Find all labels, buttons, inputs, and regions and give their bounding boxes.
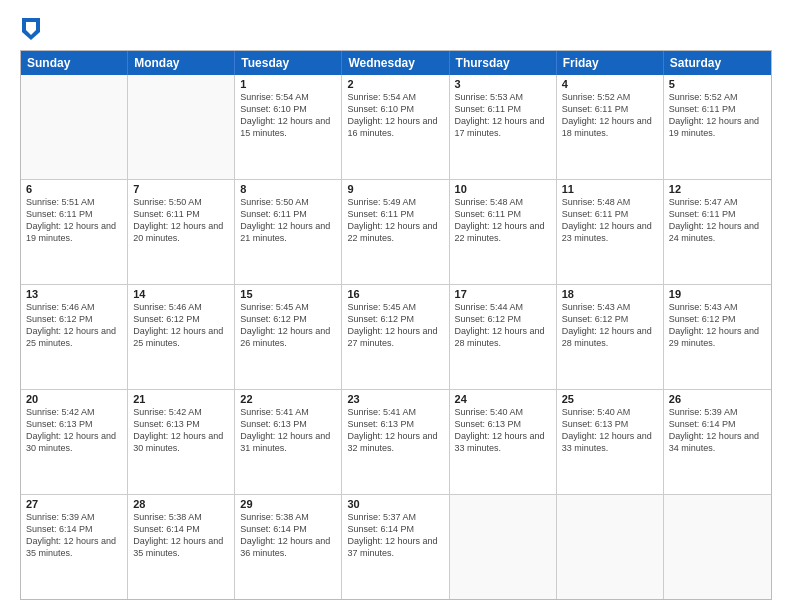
calendar-cell: 25Sunrise: 5:40 AM Sunset: 6:13 PM Dayli… bbox=[557, 390, 664, 494]
weekday-header: Monday bbox=[128, 51, 235, 75]
day-number: 9 bbox=[347, 183, 443, 195]
day-number: 22 bbox=[240, 393, 336, 405]
day-info: Sunrise: 5:38 AM Sunset: 6:14 PM Dayligh… bbox=[133, 511, 229, 560]
calendar-cell: 20Sunrise: 5:42 AM Sunset: 6:13 PM Dayli… bbox=[21, 390, 128, 494]
calendar-cell: 6Sunrise: 5:51 AM Sunset: 6:11 PM Daylig… bbox=[21, 180, 128, 284]
day-info: Sunrise: 5:42 AM Sunset: 6:13 PM Dayligh… bbox=[26, 406, 122, 455]
calendar-cell: 14Sunrise: 5:46 AM Sunset: 6:12 PM Dayli… bbox=[128, 285, 235, 389]
day-number: 7 bbox=[133, 183, 229, 195]
calendar-cell: 12Sunrise: 5:47 AM Sunset: 6:11 PM Dayli… bbox=[664, 180, 771, 284]
calendar-cell: 22Sunrise: 5:41 AM Sunset: 6:13 PM Dayli… bbox=[235, 390, 342, 494]
calendar-cell bbox=[128, 75, 235, 179]
weekday-header: Sunday bbox=[21, 51, 128, 75]
day-number: 6 bbox=[26, 183, 122, 195]
day-number: 8 bbox=[240, 183, 336, 195]
day-number: 19 bbox=[669, 288, 766, 300]
calendar-cell: 17Sunrise: 5:44 AM Sunset: 6:12 PM Dayli… bbox=[450, 285, 557, 389]
logo-icon bbox=[22, 18, 40, 40]
weekday-header: Thursday bbox=[450, 51, 557, 75]
calendar-cell: 30Sunrise: 5:37 AM Sunset: 6:14 PM Dayli… bbox=[342, 495, 449, 599]
header bbox=[20, 18, 772, 40]
calendar-row: 20Sunrise: 5:42 AM Sunset: 6:13 PM Dayli… bbox=[21, 389, 771, 494]
day-number: 10 bbox=[455, 183, 551, 195]
day-number: 2 bbox=[347, 78, 443, 90]
day-number: 16 bbox=[347, 288, 443, 300]
calendar-body: 1Sunrise: 5:54 AM Sunset: 6:10 PM Daylig… bbox=[21, 75, 771, 599]
day-info: Sunrise: 5:52 AM Sunset: 6:11 PM Dayligh… bbox=[562, 91, 658, 140]
calendar-cell: 1Sunrise: 5:54 AM Sunset: 6:10 PM Daylig… bbox=[235, 75, 342, 179]
day-number: 21 bbox=[133, 393, 229, 405]
day-info: Sunrise: 5:50 AM Sunset: 6:11 PM Dayligh… bbox=[133, 196, 229, 245]
day-number: 26 bbox=[669, 393, 766, 405]
calendar-cell: 2Sunrise: 5:54 AM Sunset: 6:10 PM Daylig… bbox=[342, 75, 449, 179]
day-number: 1 bbox=[240, 78, 336, 90]
calendar-cell: 11Sunrise: 5:48 AM Sunset: 6:11 PM Dayli… bbox=[557, 180, 664, 284]
calendar-cell: 21Sunrise: 5:42 AM Sunset: 6:13 PM Dayli… bbox=[128, 390, 235, 494]
day-number: 13 bbox=[26, 288, 122, 300]
logo bbox=[20, 18, 42, 40]
weekday-header: Saturday bbox=[664, 51, 771, 75]
calendar-cell bbox=[664, 495, 771, 599]
day-info: Sunrise: 5:54 AM Sunset: 6:10 PM Dayligh… bbox=[347, 91, 443, 140]
calendar-cell: 24Sunrise: 5:40 AM Sunset: 6:13 PM Dayli… bbox=[450, 390, 557, 494]
calendar-cell: 28Sunrise: 5:38 AM Sunset: 6:14 PM Dayli… bbox=[128, 495, 235, 599]
day-number: 28 bbox=[133, 498, 229, 510]
calendar-cell: 27Sunrise: 5:39 AM Sunset: 6:14 PM Dayli… bbox=[21, 495, 128, 599]
weekday-header: Wednesday bbox=[342, 51, 449, 75]
day-info: Sunrise: 5:38 AM Sunset: 6:14 PM Dayligh… bbox=[240, 511, 336, 560]
day-info: Sunrise: 5:37 AM Sunset: 6:14 PM Dayligh… bbox=[347, 511, 443, 560]
day-info: Sunrise: 5:48 AM Sunset: 6:11 PM Dayligh… bbox=[562, 196, 658, 245]
calendar-cell: 13Sunrise: 5:46 AM Sunset: 6:12 PM Dayli… bbox=[21, 285, 128, 389]
calendar-cell: 15Sunrise: 5:45 AM Sunset: 6:12 PM Dayli… bbox=[235, 285, 342, 389]
day-number: 5 bbox=[669, 78, 766, 90]
day-info: Sunrise: 5:51 AM Sunset: 6:11 PM Dayligh… bbox=[26, 196, 122, 245]
day-number: 11 bbox=[562, 183, 658, 195]
day-number: 18 bbox=[562, 288, 658, 300]
calendar: SundayMondayTuesdayWednesdayThursdayFrid… bbox=[20, 50, 772, 600]
weekday-header: Tuesday bbox=[235, 51, 342, 75]
calendar-cell bbox=[450, 495, 557, 599]
day-number: 27 bbox=[26, 498, 122, 510]
day-info: Sunrise: 5:54 AM Sunset: 6:10 PM Dayligh… bbox=[240, 91, 336, 140]
calendar-cell: 10Sunrise: 5:48 AM Sunset: 6:11 PM Dayli… bbox=[450, 180, 557, 284]
day-info: Sunrise: 5:43 AM Sunset: 6:12 PM Dayligh… bbox=[562, 301, 658, 350]
calendar-cell: 29Sunrise: 5:38 AM Sunset: 6:14 PM Dayli… bbox=[235, 495, 342, 599]
day-number: 14 bbox=[133, 288, 229, 300]
calendar-row: 27Sunrise: 5:39 AM Sunset: 6:14 PM Dayli… bbox=[21, 494, 771, 599]
day-number: 12 bbox=[669, 183, 766, 195]
day-info: Sunrise: 5:46 AM Sunset: 6:12 PM Dayligh… bbox=[133, 301, 229, 350]
day-info: Sunrise: 5:43 AM Sunset: 6:12 PM Dayligh… bbox=[669, 301, 766, 350]
calendar-cell: 9Sunrise: 5:49 AM Sunset: 6:11 PM Daylig… bbox=[342, 180, 449, 284]
day-info: Sunrise: 5:52 AM Sunset: 6:11 PM Dayligh… bbox=[669, 91, 766, 140]
calendar-cell: 23Sunrise: 5:41 AM Sunset: 6:13 PM Dayli… bbox=[342, 390, 449, 494]
day-number: 30 bbox=[347, 498, 443, 510]
day-info: Sunrise: 5:40 AM Sunset: 6:13 PM Dayligh… bbox=[562, 406, 658, 455]
day-info: Sunrise: 5:41 AM Sunset: 6:13 PM Dayligh… bbox=[347, 406, 443, 455]
day-number: 17 bbox=[455, 288, 551, 300]
calendar-header: SundayMondayTuesdayWednesdayThursdayFrid… bbox=[21, 51, 771, 75]
calendar-cell: 7Sunrise: 5:50 AM Sunset: 6:11 PM Daylig… bbox=[128, 180, 235, 284]
day-info: Sunrise: 5:49 AM Sunset: 6:11 PM Dayligh… bbox=[347, 196, 443, 245]
calendar-cell: 5Sunrise: 5:52 AM Sunset: 6:11 PM Daylig… bbox=[664, 75, 771, 179]
day-info: Sunrise: 5:42 AM Sunset: 6:13 PM Dayligh… bbox=[133, 406, 229, 455]
day-info: Sunrise: 5:39 AM Sunset: 6:14 PM Dayligh… bbox=[26, 511, 122, 560]
day-number: 15 bbox=[240, 288, 336, 300]
day-number: 23 bbox=[347, 393, 443, 405]
calendar-cell bbox=[557, 495, 664, 599]
calendar-cell: 4Sunrise: 5:52 AM Sunset: 6:11 PM Daylig… bbox=[557, 75, 664, 179]
day-info: Sunrise: 5:50 AM Sunset: 6:11 PM Dayligh… bbox=[240, 196, 336, 245]
day-info: Sunrise: 5:45 AM Sunset: 6:12 PM Dayligh… bbox=[347, 301, 443, 350]
day-number: 25 bbox=[562, 393, 658, 405]
calendar-cell: 18Sunrise: 5:43 AM Sunset: 6:12 PM Dayli… bbox=[557, 285, 664, 389]
day-number: 4 bbox=[562, 78, 658, 90]
day-info: Sunrise: 5:47 AM Sunset: 6:11 PM Dayligh… bbox=[669, 196, 766, 245]
calendar-cell bbox=[21, 75, 128, 179]
day-info: Sunrise: 5:39 AM Sunset: 6:14 PM Dayligh… bbox=[669, 406, 766, 455]
day-info: Sunrise: 5:40 AM Sunset: 6:13 PM Dayligh… bbox=[455, 406, 551, 455]
calendar-cell: 19Sunrise: 5:43 AM Sunset: 6:12 PM Dayli… bbox=[664, 285, 771, 389]
day-number: 3 bbox=[455, 78, 551, 90]
calendar-cell: 8Sunrise: 5:50 AM Sunset: 6:11 PM Daylig… bbox=[235, 180, 342, 284]
day-info: Sunrise: 5:48 AM Sunset: 6:11 PM Dayligh… bbox=[455, 196, 551, 245]
day-info: Sunrise: 5:45 AM Sunset: 6:12 PM Dayligh… bbox=[240, 301, 336, 350]
day-number: 29 bbox=[240, 498, 336, 510]
